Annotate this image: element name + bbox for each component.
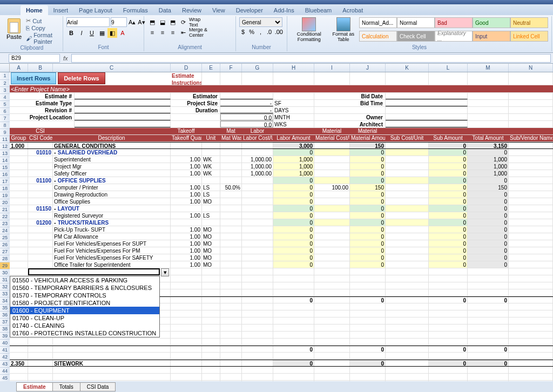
paste-button[interactable]: Paste <box>4 17 24 45</box>
number-group-label: Number <box>239 44 284 50</box>
style-cell[interactable]: Bad <box>435 17 473 28</box>
ribbon-tab-data[interactable]: Data <box>153 5 177 15</box>
column-header[interactable]: G <box>242 64 273 72</box>
comma-icon[interactable]: , <box>257 27 264 37</box>
align-left-icon[interactable]: ≡ <box>147 28 157 37</box>
sheet-tabs: EstimateTotalsCSI Data <box>0 381 553 392</box>
csi-dropdown-list[interactable]: 01550 - VEHICULAR ACCESS & PARKING01560 … <box>10 276 160 337</box>
ribbon-tab-formulas[interactable]: Formulas <box>118 5 153 15</box>
ribbon-tab-page-layout[interactable]: Page Layout <box>73 5 118 15</box>
increase-decimal-icon[interactable]: .0 <box>266 27 273 37</box>
ribbon-tab-add-ins[interactable]: Add-Ins <box>268 5 300 15</box>
ribbon-tab-view[interactable]: View <box>207 5 231 15</box>
format-painter-button[interactable]: 🖌Format Painter <box>26 32 59 45</box>
fill-color-button[interactable]: ◧ <box>107 28 117 38</box>
ribbon-tab-insert[interactable]: Insert <box>48 5 74 15</box>
delete-rows-button[interactable]: Delete Rows <box>58 72 105 84</box>
formula-bar[interactable] <box>71 54 551 63</box>
style-cell[interactable]: Normal_Ad... <box>359 17 397 28</box>
format-as-table-button[interactable]: Format as Table <box>330 17 357 44</box>
font-color-button[interactable]: A <box>118 28 127 38</box>
select-all-corner[interactable] <box>0 64 10 72</box>
copy-icon: ⎘ <box>26 25 30 31</box>
conditional-formatting-button[interactable]: Conditional Formatting <box>291 17 328 44</box>
column-header[interactable]: C <box>53 64 171 72</box>
style-cell[interactable]: Input <box>473 31 510 42</box>
fx-icon[interactable]: fx <box>63 55 68 62</box>
column-header[interactable]: J <box>350 64 386 72</box>
ribbon-tab-review[interactable]: Review <box>177 5 207 15</box>
ribbon: Paste ✂Cut ⎘Copy 🖌Format Painter Clipboa… <box>0 15 553 53</box>
column-header[interactable]: M <box>468 64 509 72</box>
dropdown-item[interactable]: 01760 - PROTECTING INSTALLED CONSTRUCTIO… <box>10 329 159 337</box>
style-cell[interactable]: Neutral <box>510 17 548 28</box>
ribbon-tab-developer[interactable]: Developer <box>231 5 268 15</box>
dropdown-arrow-icon[interactable]: ▾ <box>161 268 169 276</box>
bold-button[interactable]: B <box>66 28 76 38</box>
sheet-tab[interactable]: Estimate <box>16 382 53 391</box>
wrap-text-button[interactable]: Wrap Text <box>188 17 208 27</box>
column-header[interactable]: F <box>220 64 242 72</box>
ribbon-tab-home[interactable]: Home <box>21 5 48 15</box>
row-headers: 1234567891112131415161718192021222324252… <box>0 72 10 386</box>
align-middle-icon[interactable]: ⬓ <box>158 17 167 27</box>
styles-group-label: Styles <box>291 44 548 50</box>
project-name-cell[interactable]: <Enter Project Name> <box>10 85 553 92</box>
decrease-decimal-icon[interactable]: .00 <box>274 27 284 37</box>
font-name-input[interactable] <box>66 17 110 27</box>
column-header[interactable]: I <box>314 64 350 72</box>
sheet-tab[interactable]: CSI Data <box>80 382 116 391</box>
font-group-label: Font <box>66 44 140 50</box>
dropdown-item[interactable]: 01570 - TEMPORARY CONTROLS <box>10 292 159 299</box>
dropdown-item[interactable]: 01550 - VEHICULAR ACCESS & PARKING <box>10 276 159 284</box>
orientation-icon[interactable]: ⟳ <box>178 17 188 27</box>
currency-icon[interactable]: $ <box>239 27 247 37</box>
percent-icon[interactable]: % <box>248 27 255 37</box>
style-cell[interactable]: Calculation <box>359 31 397 42</box>
dropdown-item[interactable]: 01580 - PROJECT IDENTIFICATION <box>10 299 159 307</box>
column-header[interactable]: E <box>202 64 220 72</box>
dropdown-item[interactable]: 01700 - CLEAN-UP <box>10 314 159 322</box>
copy-button[interactable]: ⎘Copy <box>26 25 59 31</box>
name-box[interactable] <box>9 54 60 63</box>
style-cell[interactable]: Good <box>473 17 510 28</box>
ribbon-tabs: HomeInsertPage LayoutFormulasDataReviewV… <box>0 4 553 15</box>
paste-icon <box>8 18 21 33</box>
ribbon-tab-acrobat[interactable]: Acrobat <box>337 5 368 15</box>
align-center-icon[interactable]: ≡ <box>158 28 167 37</box>
align-right-icon[interactable]: ≡ <box>168 28 178 37</box>
conditional-formatting-icon <box>302 17 316 31</box>
estimate-instructions-link[interactable]: EstimateInstructions <box>172 72 200 85</box>
ribbon-tab-bluebeam[interactable]: Bluebeam <box>300 5 338 15</box>
font-size-input[interactable] <box>111 17 127 27</box>
dropdown-item[interactable]: 01560 - TEMPORARY BARRIERS & ENCLOSURES <box>10 284 159 292</box>
column-header[interactable]: A <box>10 64 28 72</box>
sheet-tab[interactable]: Totals <box>52 382 80 391</box>
italic-button[interactable]: I <box>77 28 86 38</box>
style-cell[interactable]: Linked Cell <box>510 31 548 42</box>
number-format-select[interactable]: General <box>239 17 282 27</box>
column-header[interactable]: B <box>28 64 53 72</box>
align-bottom-icon[interactable]: ⬒ <box>168 17 178 27</box>
column-header[interactable]: N <box>509 64 553 72</box>
cut-button[interactable]: ✂Cut <box>26 17 59 24</box>
insert-rows-button[interactable]: Insert Rows <box>11 72 56 84</box>
column-header[interactable]: L <box>429 64 468 72</box>
column-header[interactable]: D <box>171 64 202 72</box>
decrease-indent-icon[interactable]: ⇤ <box>178 28 188 37</box>
dropdown-item[interactable]: 01600 - EQUIPMENT <box>10 307 159 314</box>
column-header[interactable]: K <box>386 64 429 72</box>
border-button[interactable]: ▦ <box>97 28 107 38</box>
spreadsheet-grid[interactable]: Insert Rows Delete RowsEstimateInstructi… <box>10 72 553 386</box>
increase-font-icon[interactable]: A▴ <box>128 17 136 27</box>
column-header[interactable]: H <box>273 64 314 72</box>
style-cell[interactable]: Explanatory ... <box>435 31 473 42</box>
align-top-icon[interactable]: ⬒ <box>147 17 157 27</box>
merge-button[interactable]: Merge & Center <box>188 28 208 37</box>
cell-styles-gallery[interactable]: Normal_Ad...NormalBadGoodNeutralCalculat… <box>359 17 548 44</box>
style-cell[interactable]: Normal <box>397 17 435 28</box>
style-cell[interactable]: Check Cell <box>397 31 435 42</box>
underline-button[interactable]: U <box>87 28 97 38</box>
dropdown-item[interactable]: 01740 - CLEANING <box>10 322 159 329</box>
alignment-group-label: Alignment <box>147 44 232 50</box>
